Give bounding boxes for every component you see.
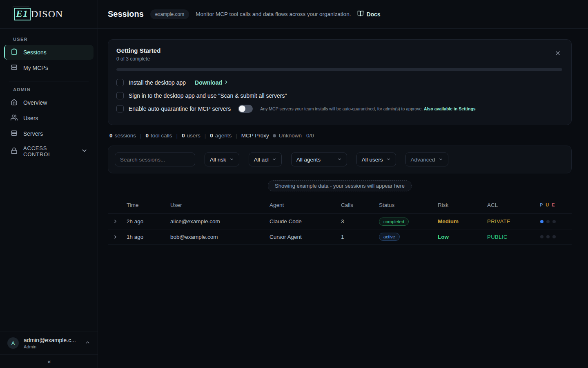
stat-separator: | (176, 132, 178, 139)
stat-agents: 0agents (210, 132, 232, 139)
sidebar-item-label: Servers (23, 130, 43, 137)
app-window: E1DISON USER Sessions My MCPs ADMIN Over… (0, 0, 588, 368)
stat-separator: | (236, 132, 237, 139)
sidebar-item-label: Overview (23, 99, 47, 106)
column-header-p: P (540, 202, 543, 207)
page-description: Monitor MCP tool calls and data flows ac… (196, 11, 351, 17)
close-icon[interactable] (555, 50, 561, 57)
table-row[interactable]: 2h ago alice@example.com Claude Code 3 c… (108, 213, 572, 229)
docs-link[interactable]: Docs (357, 10, 380, 18)
stat-users-label: users (187, 132, 200, 139)
account-menu[interactable]: A admin@example.c... Admin (0, 332, 98, 354)
signin-checkbox[interactable] (116, 92, 124, 99)
cell-user: alice@example.com (170, 218, 270, 224)
cell-risk: Medium (438, 218, 487, 224)
expand-row-icon[interactable] (108, 234, 127, 240)
proxy-status: Unknown (279, 132, 302, 139)
table-row[interactable]: 1h ago bob@example.com Cursor Agent 1 ac… (108, 229, 572, 245)
pue-dot-e (552, 235, 556, 238)
stats-row: 0sessions | 0tool calls | 0users | 0agen… (108, 132, 572, 139)
sidebar-item-sessions[interactable]: Sessions (4, 45, 94, 60)
pue-dot-e (552, 220, 556, 223)
cell-status: completed (379, 218, 438, 226)
sidebar-collapse-button[interactable]: « (47, 358, 50, 365)
chevron-down-icon (81, 147, 88, 155)
book-open-icon (357, 10, 364, 18)
cell-time: 2h ago (127, 218, 170, 224)
server-stack-icon (11, 64, 18, 72)
sidebar-item-my-mcps[interactable]: My MCPs (4, 61, 94, 75)
stat-tool-calls-value: 0 (146, 132, 149, 139)
cell-acl: PRIVATE (487, 218, 540, 224)
column-header-agent: Agent (270, 202, 341, 208)
sidebar: E1DISON USER Sessions My MCPs ADMIN Over… (0, 0, 98, 368)
expand-row-icon[interactable] (108, 219, 127, 224)
column-header-u: U (546, 202, 549, 207)
sidebar-item-label: Users (23, 115, 38, 121)
getting-started-items: Install the desktop app Download Sign in… (116, 78, 563, 113)
sidebar-item-overview[interactable]: Overview (4, 95, 94, 110)
stat-sessions-label: sessions (115, 132, 136, 139)
quarantine-checkbox[interactable] (116, 105, 124, 112)
pue-dot-p (540, 220, 543, 223)
settings-link[interactable]: Also available in Settings (424, 106, 476, 111)
cell-pue-dots (540, 220, 572, 223)
agents-filter-dropdown[interactable]: All agents (291, 153, 347, 166)
logo-box: E1 (14, 8, 31, 20)
example-data-notice: Showing example data - your sessions wil… (268, 180, 412, 191)
advanced-filter-dropdown[interactable]: Advanced (405, 153, 448, 166)
download-link[interactable]: Download (195, 79, 229, 86)
sessions-table: Time User Agent Calls Status Risk ACL P … (108, 196, 572, 245)
edison-logo[interactable]: E1DISON (14, 8, 63, 20)
account-email: admin@example.c... (24, 337, 80, 343)
users-filter-dropdown[interactable]: All users (356, 153, 396, 166)
install-label: Install the desktop app (129, 79, 186, 86)
chevron-down-icon (337, 157, 342, 163)
notice-wrap: Showing example data - your sessions wil… (108, 180, 572, 191)
sidebar-item-users[interactable]: Users (4, 111, 94, 126)
stat-tool-calls-label: tool calls (151, 132, 172, 139)
search-input[interactable] (115, 153, 195, 166)
progress-bar (116, 68, 562, 71)
chevron-down-icon (386, 157, 391, 163)
chevron-down-icon (439, 157, 443, 163)
cell-pue-dots (540, 235, 572, 238)
getting-started-card: Getting Started 0 of 3 complete Install … (108, 39, 572, 125)
quarantine-note: Any MCP servers your team installs will … (260, 106, 475, 111)
nav-section-admin-label: ADMIN (13, 87, 94, 92)
column-header-status: Status (379, 202, 438, 208)
cell-agent: Claude Code (270, 218, 341, 224)
account-text: admin@example.c... Admin (24, 337, 80, 349)
getting-started-progress-label: 0 of 3 complete (116, 56, 563, 62)
stat-sessions: 0sessions (109, 132, 136, 139)
main-area: Sessions example.com Monitor MCP tool ca… (98, 0, 588, 368)
cell-user: bob@example.com (170, 234, 270, 240)
chevron-up-icon (85, 340, 90, 346)
cell-acl: PUBLIC (487, 234, 540, 240)
install-checkbox[interactable] (116, 79, 124, 86)
getting-started-title: Getting Started (116, 47, 563, 54)
filter-bar: All risk All acl All agents All users Ad… (108, 146, 572, 173)
gs-item-signin: Sign in to the desktop app and use "Scan… (116, 91, 563, 100)
risk-filter-label: All risk (210, 157, 226, 163)
clipboard-icon (11, 48, 18, 56)
page-title: Sessions (108, 9, 144, 19)
proxy-status-dot-icon (273, 134, 276, 137)
table-header-row: Time User Agent Calls Status Risk ACL P … (108, 196, 572, 213)
sidebar-item-label: Sessions (23, 49, 47, 56)
sidebar-item-access-control[interactable]: ACCESS CONTROL (4, 142, 94, 161)
stat-separator: | (140, 132, 142, 139)
stat-mcp-proxy: MCP Proxy Unknown 0/0 (241, 132, 314, 139)
column-header-acl: ACL (487, 202, 540, 208)
acl-filter-dropdown[interactable]: All acl (249, 153, 282, 166)
chevron-down-icon (229, 157, 234, 163)
nav-divider (9, 81, 89, 81)
risk-filter-dropdown[interactable]: All risk (205, 153, 239, 166)
quarantine-label: Enable auto-quarantine for MCP servers (129, 105, 231, 112)
sidebar-item-servers[interactable]: Servers (4, 126, 94, 141)
content: Getting Started 0 of 3 complete Install … (98, 29, 588, 368)
avatar: A (7, 337, 19, 349)
column-header-user: User (170, 202, 270, 208)
quarantine-toggle[interactable] (238, 105, 253, 113)
agents-filter-label: All agents (296, 157, 321, 163)
